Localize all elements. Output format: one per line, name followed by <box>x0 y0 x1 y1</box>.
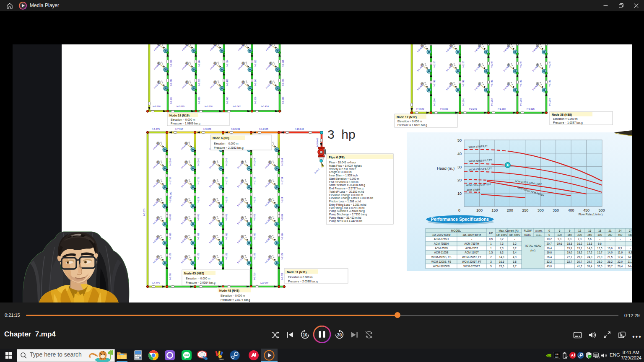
svg-text:50: 50 <box>457 138 462 142</box>
svg-text:f=7.317: f=7.317 <box>175 128 183 130</box>
svg-text:Flow Rate (L/min.): Flow Rate (L/min.) <box>579 213 602 216</box>
svg-text:Inner Diam = 1.939 inch: Inner Diam = 1.939 inch <box>329 174 358 177</box>
svg-text:f=1.280: f=1.280 <box>433 98 436 106</box>
svg-text:450: 450 <box>628 233 633 236</box>
svg-text:f=0.984: f=0.984 <box>209 63 216 70</box>
svg-text:3,4: 3,4 <box>513 251 517 254</box>
svg-text:f=0.970: f=0.970 <box>237 82 244 89</box>
svg-text:f=0.914: f=0.914 <box>152 162 159 169</box>
svg-text:26,4: 26,4 <box>547 256 552 259</box>
svg-text:13,3: 13,3 <box>587 242 592 245</box>
svg-text:f=1.723: f=1.723 <box>253 177 256 184</box>
svg-text:f=0.468: f=0.468 <box>503 46 509 53</box>
svg-text:f=1.724: f=1.724 <box>281 177 283 184</box>
svg-text:f=0.311: f=0.311 <box>197 233 200 240</box>
svg-text:f=1.22: f=1.22 <box>225 197 228 203</box>
svg-text:14,0: 14,0 <box>499 256 504 259</box>
svg-text:200: 200 <box>507 208 513 212</box>
svg-text:Node 6 (N6): Node 6 (N6) <box>213 136 230 140</box>
svg-text:f=1.721: f=1.721 <box>197 177 200 184</box>
svg-text:32,2: 32,2 <box>547 260 552 263</box>
svg-text:f=0.901: f=0.901 <box>152 143 159 150</box>
svg-text:f=0.943: f=0.943 <box>226 96 229 104</box>
svg-text:-: - <box>471 238 472 240</box>
svg-text:16,4: 16,4 <box>547 247 552 250</box>
svg-text:350: 350 <box>553 208 559 212</box>
svg-text:f=0.911: f=0.911 <box>180 237 187 244</box>
svg-text:ACM-755SH: ACM-755SH <box>434 242 449 245</box>
svg-text:-: - <box>610 238 610 240</box>
svg-text:Start Elevation = 0.000 m: Start Elevation = 0.000 m <box>329 177 359 180</box>
svg-text:0: 0 <box>458 208 460 212</box>
svg-text:f=0.287: f=0.287 <box>433 61 436 68</box>
svg-text:f=1.283: f=1.283 <box>519 98 522 106</box>
svg-text:f=5.075: f=5.075 <box>143 208 145 216</box>
svg-text:f=0.707: f=0.707 <box>169 272 171 280</box>
svg-text:Friction Loss = 1.268 m.hd: Friction Loss = 1.268 m.hd <box>329 200 361 203</box>
svg-text:WCM-2205T, FT: WCM-2205T, FT <box>462 260 481 263</box>
svg-text:f=0.123: f=0.123 <box>254 59 257 67</box>
svg-text:f=0.468: f=0.468 <box>416 46 423 53</box>
svg-text:f=2.241: f=2.241 <box>197 158 200 165</box>
svg-text:f=0.984: f=0.984 <box>153 63 160 70</box>
svg-text:3Ø, 380V: 3Ø, 380V <box>509 233 520 236</box>
svg-text:f=0.901: f=0.901 <box>208 237 215 244</box>
svg-text:f=0.911: f=0.911 <box>264 181 271 188</box>
svg-text:f=0.908: f=0.908 <box>180 200 187 207</box>
svg-text:-: - <box>610 242 610 245</box>
svg-text:f=0.743: f=0.743 <box>519 80 522 87</box>
svg-text:f=0.468: f=0.468 <box>532 84 538 91</box>
svg-text:f=0.911: f=0.911 <box>236 200 243 207</box>
svg-text:9,6: 9,6 <box>598 242 602 245</box>
svg-text:Flow = 18.045 m³/hour: Flow = 18.045 m³/hour <box>329 161 356 164</box>
svg-text:-: - <box>630 238 631 240</box>
svg-text:f=3.866: f=3.866 <box>153 105 161 108</box>
svg-text:f=0.968: f=0.968 <box>153 44 160 52</box>
svg-text:350: 350 <box>608 233 613 236</box>
svg-text:f=0.968: f=0.968 <box>181 44 188 52</box>
svg-text:f=0.468: f=0.468 <box>445 65 452 72</box>
svg-text:f=5.075: f=5.075 <box>152 128 160 130</box>
svg-text:MODEL: MODEL <box>451 229 461 232</box>
svg-text:f=0.525: f=0.525 <box>527 108 535 110</box>
svg-text:8,7: 8,7 <box>513 265 517 268</box>
svg-text:Node 12 (N12): Node 12 (N12) <box>397 115 417 119</box>
svg-text:-: - <box>620 238 621 240</box>
svg-text:f=0.468: f=0.468 <box>474 84 480 91</box>
svg-text:Elevation = 0.000 m: Elevation = 0.000 m <box>214 142 239 145</box>
svg-text:RATE: RATE <box>524 233 531 236</box>
svg-text:WCM-3705FS: WCM-3705FS <box>433 265 450 268</box>
svg-text:f=0.613: f=0.613 <box>198 78 200 86</box>
svg-text:f=0.890: f=0.890 <box>169 214 171 221</box>
svg-text:29,4: 29,4 <box>618 265 623 268</box>
svg-text:f=1.343: f=1.343 <box>169 191 172 199</box>
svg-text:Elevation = 0.000 m: Elevation = 0.000 m <box>288 276 313 279</box>
svg-text:450: 450 <box>583 208 589 212</box>
svg-text:f=0.710: f=0.710 <box>253 272 256 280</box>
svg-text:f=2.244: f=2.244 <box>281 158 283 165</box>
svg-text:-: - <box>514 238 515 240</box>
svg-text:f=0.483: f=0.483 <box>226 78 229 86</box>
svg-text:f=0.911: f=0.911 <box>152 257 159 264</box>
svg-text:10: 10 <box>303 333 308 337</box>
svg-text:f=0.911: f=0.911 <box>236 257 243 264</box>
svg-text:400: 400 <box>618 233 623 236</box>
svg-text:f=0.916: f=0.916 <box>180 181 187 188</box>
svg-text:f=1.290: f=1.290 <box>498 108 506 110</box>
svg-text:WCM-2205S, FS: WCM-2205S, FS <box>431 260 452 263</box>
svg-text:LINE: LINE <box>184 354 190 357</box>
svg-text:100: 100 <box>557 233 562 236</box>
svg-text:m³/Hr.: m³/Hr. <box>535 229 543 232</box>
svg-text:XP: XP <box>555 353 558 356</box>
svg-text:8,3: 8,3 <box>618 247 622 250</box>
svg-text:15,9: 15,9 <box>567 247 572 250</box>
svg-text:f=4.540: f=4.540 <box>416 108 424 110</box>
svg-text:3 hp: 3 hp <box>327 127 356 141</box>
svg-text:f=0.468: f=0.468 <box>445 46 452 53</box>
svg-text:f=0.181: f=0.181 <box>197 253 200 260</box>
svg-text:20,7: 20,7 <box>547 242 552 245</box>
svg-text:f=0.970: f=0.970 <box>209 82 216 89</box>
svg-text:9,3: 9,3 <box>558 238 561 240</box>
svg-text:WCM-3705FT: WCM-3705FT <box>463 265 480 268</box>
svg-text:f=2.243: f=2.243 <box>253 158 256 165</box>
